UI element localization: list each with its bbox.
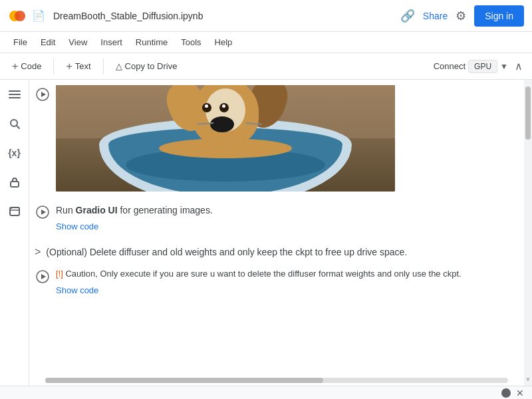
sidebar-menu-icon[interactable] [5, 85, 24, 104]
gpu-badge[interactable]: GPU [468, 60, 497, 73]
gpu-dropdown-arrow[interactable]: ▼ [500, 62, 508, 71]
optional-section-title: (Optional) Delete diffuser and old weigh… [46, 245, 407, 259]
image-cell [29, 80, 524, 198]
toolbar: + Code + Text △ Copy to Drive Connect GP… [0, 53, 532, 80]
main-layout: {x} [0, 80, 532, 386]
bottom-bar: ✕ [0, 386, 532, 399]
add-code-button[interactable]: + Code [5, 57, 48, 76]
add-text-button[interactable]: + Text [59, 57, 97, 76]
menu-file[interactable]: File [8, 35, 33, 50]
caution-text: [!] Caution, Only execute if you are sur… [56, 267, 513, 281]
svg-marker-12 [41, 209, 46, 215]
gradio-cell-row: Run Gradio UI for generating images. Sho… [35, 203, 513, 231]
top-bar-right: 🔗 Share ⚙ Sign in [400, 5, 524, 27]
run-caution-button[interactable] [35, 269, 51, 285]
copy-to-drive-button[interactable]: △ Copy to Drive [109, 57, 184, 75]
settings-icon[interactable]: ⚙ [456, 9, 466, 23]
caution-cell-row: [!] Caution, Only execute if you are sur… [35, 267, 513, 295]
sidebar-secrets-icon[interactable] [5, 173, 24, 192]
scrollbar-thumb [525, 86, 531, 140]
svg-rect-2 [9, 90, 21, 92]
optional-section[interactable]: > (Optional) Delete diffuser and old wei… [29, 237, 524, 262]
h-scrollbar-thumb [45, 378, 323, 383]
right-scrollbar[interactable]: ▼ [524, 80, 532, 386]
caution-cell-content: [!] Caution, Only execute if you are sur… [56, 267, 513, 295]
caution-bracket: [!] [56, 269, 63, 279]
caution-cell: [!] Caution, Only execute if you are sur… [29, 262, 524, 301]
menu-bar: File Edit View Insert Runtime Tools Help [0, 32, 532, 53]
gradio-cell: Run Gradio UI for generating images. Sho… [29, 198, 524, 237]
copy-to-drive-label: Copy to Drive [125, 61, 178, 71]
connect-label: Connect [434, 61, 466, 71]
toolbar-divider [53, 59, 54, 74]
menu-insert[interactable]: Insert [95, 35, 128, 50]
dog-image [56, 85, 395, 192]
gradio-cell-content: Run Gradio UI for generating images. Sho… [56, 203, 513, 231]
notebook-title[interactable]: DreamBooth_Stable_Diffusion.ipynb [53, 11, 203, 21]
gradio-text-run: Run [56, 205, 76, 215]
menu-tools[interactable]: Tools [176, 35, 206, 50]
svg-rect-4 [9, 97, 21, 98]
caution-body: Caution, Only execute if you are sure u … [63, 269, 462, 279]
svg-marker-14 [41, 274, 46, 279]
notebook-title-icon: 📄 [32, 9, 45, 22]
menu-help[interactable]: Help [209, 35, 238, 50]
show-code-gradio-link[interactable]: Show code [56, 221, 98, 231]
svg-rect-3 [9, 94, 21, 95]
run-cell-button[interactable] [35, 86, 51, 102]
dog-scene [56, 85, 395, 192]
drive-icon: △ [116, 61, 122, 71]
toolbar-divider-2 [103, 59, 104, 74]
menu-edit[interactable]: Edit [35, 35, 61, 50]
plus-text-icon: + [66, 61, 72, 72]
gradio-text-bold: Gradio UI [76, 205, 118, 215]
content-area[interactable]: Run Gradio UI for generating images. Sho… [29, 80, 524, 386]
sidebar-search-icon[interactable] [5, 114, 24, 133]
image-container [56, 85, 513, 192]
svg-marker-10 [41, 92, 46, 97]
svg-point-1 [15, 11, 25, 21]
top-bar: 📄 DreamBooth_Stable_Diffusion.ipynb 🔗 Sh… [0, 0, 532, 32]
run-gradio-button[interactable] [35, 204, 51, 220]
menu-runtime[interactable]: Runtime [130, 35, 173, 50]
menu-view[interactable]: View [63, 35, 92, 50]
add-code-label: Code [21, 61, 41, 71]
toolbar-right: Connect GPU ▼ ∧ [434, 57, 527, 75]
link-icon[interactable]: 🔗 [400, 9, 415, 23]
show-code-caution-link[interactable]: Show code [56, 285, 98, 295]
collapse-button[interactable]: ∧ [511, 57, 527, 75]
signin-button[interactable]: Sign in [474, 5, 524, 27]
add-text-label: Text [75, 61, 91, 71]
svg-line-6 [17, 126, 19, 128]
sidebar-files-icon[interactable] [5, 202, 24, 221]
sidebar: {x} [0, 80, 29, 386]
bottom-close-icon[interactable]: ✕ [516, 388, 524, 398]
image-cell-row [35, 85, 513, 192]
bottom-circle-icon[interactable] [501, 388, 511, 398]
gradio-text: Run Gradio UI for generating images. [56, 203, 513, 217]
horizontal-scrollbar[interactable] [45, 378, 508, 383]
chevron-right-icon: > [35, 246, 41, 258]
svg-rect-8 [10, 207, 19, 215]
share-button[interactable]: Share [423, 11, 448, 21]
svg-rect-7 [11, 182, 19, 187]
gradio-text-rest: for generating images. [118, 205, 213, 215]
scrollbar-down-arrow[interactable]: ▼ [525, 376, 531, 383]
colab-logo-icon [8, 7, 27, 25]
sidebar-variables-icon[interactable]: {x} [5, 144, 24, 162]
plus-icon: + [12, 61, 18, 72]
h-scrollbar-container [29, 372, 524, 386]
